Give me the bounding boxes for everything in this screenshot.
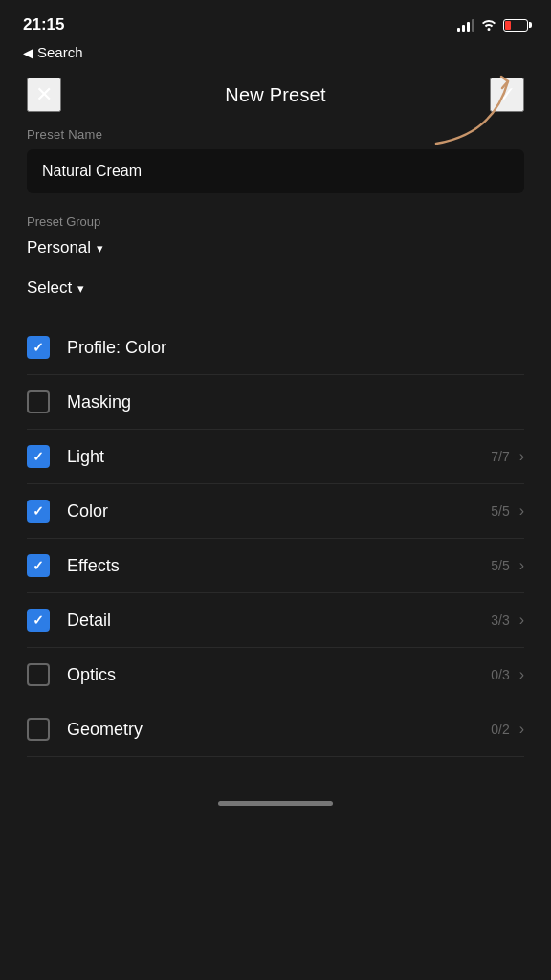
page-title: New Preset <box>225 84 325 106</box>
item-label-profile-color: Profile: Color <box>67 338 524 358</box>
item-count-optics: 0/3 <box>491 667 509 682</box>
item-count-detail: 3/3 <box>491 612 509 628</box>
preset-group-dropdown[interactable]: Personal ▾ <box>27 238 103 257</box>
wifi-icon <box>480 17 497 33</box>
item-label-geometry: Geometry <box>67 720 491 740</box>
home-bar <box>218 801 333 806</box>
item-chevron-icon-geometry: › <box>519 721 524 738</box>
status-icons <box>457 17 528 33</box>
item-count-effects: 5/5 <box>491 558 509 573</box>
item-chevron-icon-effects: › <box>519 557 524 574</box>
battery-icon <box>503 19 528 32</box>
checklist-item-geometry[interactable]: Geometry0/2› <box>27 702 524 757</box>
item-chevron-icon-optics: › <box>519 666 524 683</box>
checklist: ✓Profile: ColorMasking✓Light7/7›✓Color5/… <box>27 321 524 757</box>
item-chevron-icon-light: › <box>519 448 524 465</box>
signal-icon <box>457 18 474 32</box>
checklist-item-optics[interactable]: Optics0/3› <box>27 648 524 702</box>
checkbox-optics[interactable] <box>27 663 50 686</box>
checklist-item-masking[interactable]: Masking <box>27 375 524 430</box>
close-button[interactable]: ✕ <box>27 78 61 112</box>
checklist-item-light[interactable]: ✓Light7/7› <box>27 430 524 484</box>
main-content: Preset Name Preset Group Personal ▾ Sele… <box>0 127 551 757</box>
item-count-color: 5/5 <box>491 503 509 519</box>
item-count-light: 7/7 <box>491 449 509 464</box>
item-chevron-icon-detail: › <box>519 612 524 629</box>
item-label-color: Color <box>67 501 491 522</box>
checklist-item-color[interactable]: ✓Color5/5› <box>27 484 524 539</box>
checkbox-profile-color[interactable]: ✓ <box>27 336 50 359</box>
checkbox-geometry[interactable] <box>27 718 50 741</box>
checklist-item-detail[interactable]: ✓Detail3/3› <box>27 593 524 648</box>
item-label-light: Light <box>67 447 491 467</box>
status-time: 21:15 <box>23 15 64 34</box>
home-indicator <box>0 786 551 813</box>
item-label-effects: Effects <box>67 556 491 576</box>
checklist-item-profile-color[interactable]: ✓Profile: Color <box>27 321 524 375</box>
select-chevron-icon: ▾ <box>77 281 84 296</box>
checkbox-effects[interactable]: ✓ <box>27 554 50 577</box>
item-chevron-icon-color: › <box>519 502 524 520</box>
select-dropdown[interactable]: Select ▾ <box>27 278 84 298</box>
checkbox-light[interactable]: ✓ <box>27 445 50 468</box>
item-label-masking: Masking <box>67 392 524 412</box>
preset-group-value: Personal <box>27 238 91 257</box>
checkbox-color[interactable]: ✓ <box>27 500 50 523</box>
preset-name-input[interactable] <box>27 149 524 193</box>
preset-name-label: Preset Name <box>27 127 524 142</box>
item-count-geometry: 0/2 <box>491 722 509 737</box>
checkbox-masking[interactable] <box>27 390 50 413</box>
select-label: Select <box>27 278 72 298</box>
item-label-optics: Optics <box>67 665 491 685</box>
status-bar: 21:15 <box>0 0 551 42</box>
checklist-item-effects[interactable]: ✓Effects5/5› <box>27 539 524 593</box>
preset-group-chevron-icon: ▾ <box>97 241 103 256</box>
page-header: ✕ New Preset ✓ <box>0 68 551 127</box>
back-chevron-icon: ◀ <box>23 45 33 60</box>
item-label-detail: Detail <box>67 611 491 631</box>
checkbox-detail[interactable]: ✓ <box>27 609 50 632</box>
back-label: Search <box>37 44 83 60</box>
confirm-button[interactable]: ✓ <box>490 78 524 112</box>
back-nav[interactable]: ◀ Search <box>0 42 551 68</box>
preset-group-label: Preset Group <box>27 214 524 229</box>
